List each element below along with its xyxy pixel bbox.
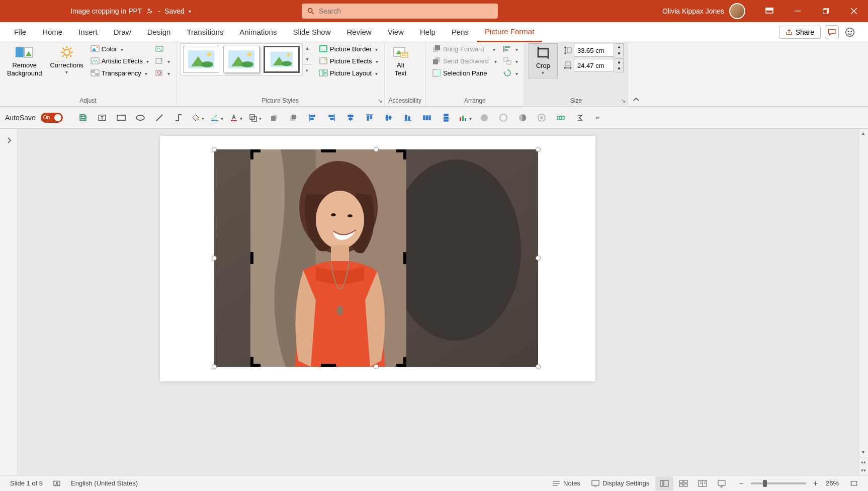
- align-bottom-button[interactable]: [400, 110, 416, 126]
- remove-background-button[interactable]: Remove Background: [4, 43, 45, 79]
- sel-handle-tl[interactable]: [212, 147, 217, 152]
- prev-slide-button[interactable]: ▴▴: [858, 457, 868, 466]
- zoom-slider[interactable]: [751, 482, 806, 484]
- save-button[interactable]: [75, 110, 91, 126]
- next-slide-button[interactable]: ▾▾: [858, 466, 868, 475]
- text-box-button[interactable]: [94, 110, 110, 126]
- height-down[interactable]: ▼: [615, 50, 623, 57]
- distribute-horizontal-button[interactable]: [419, 110, 435, 126]
- thumbnail-pane-expand[interactable]: [0, 129, 18, 475]
- language-status[interactable]: English (United States): [66, 479, 143, 487]
- tab-pens[interactable]: Pens: [444, 22, 477, 42]
- tab-draw[interactable]: Draw: [106, 22, 139, 42]
- notes-button[interactable]: Notes: [547, 479, 585, 487]
- picture-layout-button[interactable]: Picture Layout: [317, 67, 380, 78]
- tab-transitions[interactable]: Transitions: [179, 22, 231, 42]
- tab-insert[interactable]: Insert: [70, 22, 106, 42]
- width-up[interactable]: ▲: [615, 59, 623, 65]
- align-button[interactable]: [501, 43, 520, 54]
- scroll-down-button[interactable]: ▼: [858, 448, 868, 457]
- change-picture-button[interactable]: [153, 55, 172, 66]
- scroll-up-button[interactable]: ▲: [858, 129, 868, 138]
- width-down[interactable]: ▼: [615, 65, 623, 72]
- crop-handle-r[interactable]: [403, 252, 406, 264]
- gallery-down[interactable]: ▼: [303, 54, 312, 65]
- selection-pane-button[interactable]: Selection Pane: [430, 67, 499, 78]
- qat-overflow[interactable]: ≫: [593, 115, 602, 120]
- tab-design[interactable]: Design: [139, 22, 179, 42]
- close-button[interactable]: [840, 0, 868, 22]
- sel-handle-b[interactable]: [374, 364, 379, 369]
- crop-handle-bl-h[interactable]: [250, 364, 261, 367]
- group-button[interactable]: [501, 55, 520, 66]
- sel-handle-bl[interactable]: [212, 364, 217, 369]
- reading-view-button[interactable]: [693, 476, 712, 490]
- picture-styles-gallery[interactable]: [181, 43, 302, 75]
- reset-picture-button[interactable]: [153, 67, 172, 78]
- artistic-effects-button[interactable]: Artistic Effects: [89, 55, 151, 66]
- crop-handle-tl-h[interactable]: [250, 149, 261, 152]
- scroll-track[interactable]: [858, 138, 868, 448]
- search-input[interactable]: [319, 7, 493, 15]
- distribute-vertical-button[interactable]: [438, 110, 454, 126]
- picture-border-button[interactable]: Picture Border: [317, 43, 380, 54]
- tab-help[interactable]: Help: [412, 22, 444, 42]
- zoom-slider-thumb[interactable]: [763, 480, 767, 487]
- chart-colors-button[interactable]: [457, 110, 473, 126]
- slide-canvas[interactable]: [18, 129, 858, 475]
- shape-fill-button[interactable]: [190, 110, 206, 126]
- corrections-button[interactable]: Corrections ▾: [47, 43, 86, 77]
- tab-animations[interactable]: Animations: [231, 22, 285, 42]
- slide-indicator[interactable]: Slide 1 of 8: [5, 479, 48, 487]
- width-input[interactable]: [574, 59, 614, 72]
- align-right-button[interactable]: [323, 110, 339, 126]
- send-backward-button[interactable]: Send Backward: [430, 55, 499, 66]
- avatar[interactable]: [729, 3, 745, 19]
- crop-handle-tr-h[interactable]: [396, 149, 406, 152]
- slide-sorter-button[interactable]: [674, 476, 692, 490]
- comments-button[interactable]: [825, 25, 839, 39]
- selected-picture[interactable]: [214, 149, 538, 367]
- ribbon-display-options[interactable]: [755, 0, 784, 22]
- search-box[interactable]: [302, 4, 498, 19]
- gallery-up[interactable]: ▲: [303, 43, 312, 54]
- minimize-button[interactable]: [784, 0, 812, 22]
- rectangle-button[interactable]: [113, 110, 129, 126]
- display-settings-button[interactable]: Display Settings: [586, 479, 654, 487]
- collapse-ribbon-button[interactable]: [628, 42, 644, 106]
- alt-text-button[interactable]: Alt Text: [389, 43, 413, 79]
- sel-handle-r[interactable]: [536, 256, 541, 261]
- autosave-toggle[interactable]: On: [41, 113, 63, 123]
- save-status[interactable]: Saved: [164, 7, 185, 15]
- bring-forward-button[interactable]: Bring Forward: [430, 43, 499, 54]
- send-to-back-button[interactable]: [266, 110, 282, 126]
- document-title[interactable]: Image cropping in PPT: [70, 7, 142, 15]
- shape-outline-button[interactable]: [209, 110, 225, 126]
- crop-button[interactable]: Crop ▾: [529, 43, 558, 78]
- vertical-scrollbar[interactable]: ▲ ▼ ▴▴ ▾▾: [858, 129, 868, 475]
- align-middle-button[interactable]: [381, 110, 397, 126]
- tab-view[interactable]: View: [380, 22, 412, 42]
- style-thumb-2[interactable]: [223, 46, 259, 73]
- sel-handle-tr[interactable]: [536, 147, 541, 152]
- crop-handle-br-h[interactable]: [396, 364, 406, 367]
- crop-handle-b[interactable]: [321, 364, 336, 367]
- style-thumb-1[interactable]: [183, 46, 219, 73]
- tab-home[interactable]: Home: [34, 22, 70, 42]
- sel-handle-br[interactable]: [536, 364, 541, 369]
- tab-file[interactable]: File: [6, 22, 34, 42]
- gallery-more[interactable]: ▾: [303, 65, 312, 75]
- align-center-button[interactable]: [342, 110, 359, 126]
- slideshow-button[interactable]: [713, 476, 731, 490]
- rotate-button[interactable]: [501, 67, 520, 78]
- line-button[interactable]: [151, 110, 167, 126]
- crop-region[interactable]: [250, 149, 406, 367]
- user-account[interactable]: Olivia Kippax Jones: [662, 3, 745, 19]
- share-button[interactable]: Share: [779, 26, 821, 39]
- tab-review[interactable]: Review: [338, 22, 379, 42]
- height-input[interactable]: [574, 44, 614, 57]
- sel-handle-t[interactable]: [374, 147, 379, 152]
- oval-button[interactable]: [132, 110, 148, 126]
- sel-handle-l[interactable]: [212, 256, 217, 261]
- gray-circle-1[interactable]: [476, 110, 492, 126]
